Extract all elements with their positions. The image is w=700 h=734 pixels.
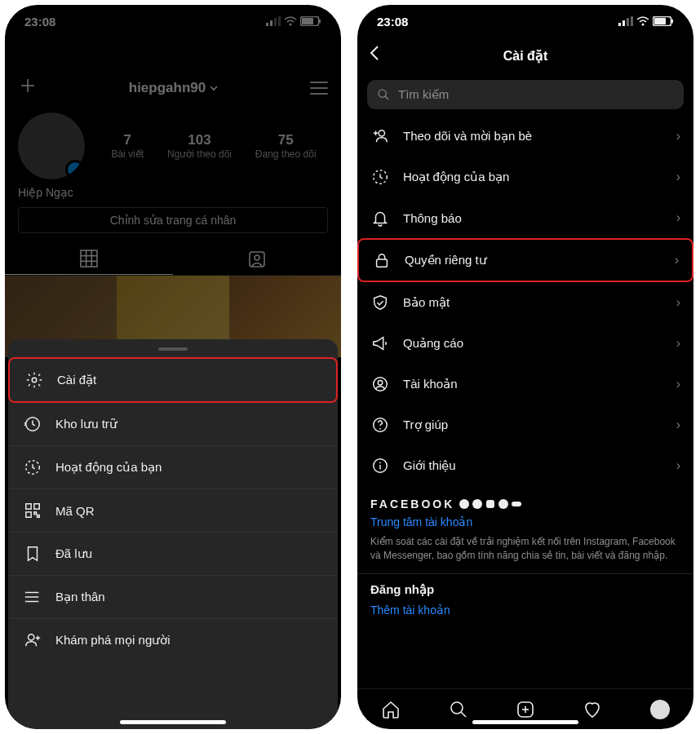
tab-profile[interactable] bbox=[649, 699, 671, 720]
setting-account[interactable]: Tài khoản › bbox=[357, 364, 693, 405]
profile-stats-row: 7Bài viết 103Người theo dõi 75Đang theo … bbox=[5, 106, 341, 183]
home-indicator[interactable] bbox=[472, 720, 578, 724]
wifi-icon bbox=[636, 16, 649, 26]
search-input[interactable]: Tìm kiếm bbox=[367, 80, 684, 109]
display-name: Hiệp Ngạc bbox=[5, 183, 341, 207]
chevron-right-icon: › bbox=[676, 129, 680, 144]
menu-item-label: Kho lưu trữ bbox=[55, 417, 117, 431]
svg-point-52 bbox=[379, 428, 381, 430]
tab-tagged[interactable] bbox=[173, 243, 341, 275]
edit-profile-button[interactable]: Chỉnh sửa trang cá nhân bbox=[18, 207, 328, 233]
oculus-icon bbox=[512, 499, 521, 509]
menu-button[interactable] bbox=[310, 82, 328, 95]
setting-label: Tài khoản bbox=[403, 377, 458, 391]
chevron-right-icon: › bbox=[676, 170, 680, 184]
status-indicators bbox=[618, 16, 674, 26]
activity-icon bbox=[370, 167, 390, 187]
status-indicators bbox=[266, 16, 321, 26]
shield-icon bbox=[370, 293, 390, 312]
svg-rect-41 bbox=[671, 20, 673, 24]
tab-home[interactable] bbox=[380, 699, 401, 720]
menu-item-archive[interactable]: Kho lưu trữ bbox=[8, 403, 338, 446]
svg-rect-34 bbox=[618, 23, 621, 26]
facebook-app-icons bbox=[459, 499, 521, 509]
menu-item-label: Đã lưu bbox=[55, 546, 92, 561]
bell-icon bbox=[370, 208, 390, 228]
home-indicator[interactable] bbox=[120, 720, 226, 724]
menu-item-qr[interactable]: Mã QR bbox=[8, 489, 338, 533]
setting-label: Hoạt động của bạn bbox=[403, 170, 509, 184]
setting-label: Quyền riêng tư bbox=[405, 253, 487, 268]
menu-item-label: Khám phá mọi người bbox=[55, 633, 171, 648]
messenger-icon bbox=[472, 499, 482, 509]
facebook-brand-row: FACEBOOK bbox=[357, 486, 693, 515]
archive-icon bbox=[23, 414, 42, 434]
chevron-down-icon bbox=[209, 83, 219, 93]
setting-label: Bảo mật bbox=[403, 295, 450, 310]
setting-ads[interactable]: Quảng cáo › bbox=[357, 323, 693, 364]
menu-item-label: Hoạt động của bạn bbox=[55, 460, 162, 475]
setting-activity[interactable]: Hoạt động của bạn › bbox=[357, 157, 693, 197]
stat-following[interactable]: 75Đang theo dõi bbox=[255, 132, 317, 160]
svg-point-38 bbox=[642, 24, 645, 26]
create-button[interactable] bbox=[18, 75, 38, 101]
username-label: hiepgahn90 bbox=[129, 80, 206, 96]
stat-posts[interactable]: 7Bài viết bbox=[111, 132, 144, 160]
add-story-badge[interactable] bbox=[65, 160, 85, 179]
svg-rect-6 bbox=[302, 18, 313, 24]
chevron-right-icon: › bbox=[676, 295, 680, 310]
svg-rect-22 bbox=[26, 512, 31, 517]
setting-help[interactable]: Trợ giúp › bbox=[357, 405, 693, 445]
battery-icon bbox=[300, 16, 321, 26]
svg-rect-58 bbox=[486, 500, 494, 508]
svg-point-17 bbox=[32, 378, 37, 382]
menu-item-close-friends[interactable]: Bạn thân bbox=[8, 576, 338, 619]
svg-point-61 bbox=[451, 702, 463, 714]
username-dropdown[interactable]: hiepgahn90 bbox=[129, 80, 219, 96]
profile-background-layer: 23:08 hiepgahn90 7Bài viết 103Người theo… bbox=[5, 5, 341, 339]
discover-people-icon bbox=[23, 630, 42, 650]
svg-point-29 bbox=[25, 596, 27, 598]
svg-rect-0 bbox=[266, 23, 268, 26]
setting-notifications[interactable]: Thông báo › bbox=[357, 197, 693, 238]
battery-icon bbox=[653, 16, 674, 26]
tab-create[interactable] bbox=[515, 699, 536, 720]
setting-about[interactable]: Giới thiệu › bbox=[357, 445, 693, 486]
setting-security[interactable]: Bảo mật › bbox=[357, 282, 693, 323]
setting-label: Quảng cáo bbox=[403, 336, 463, 351]
svg-rect-15 bbox=[250, 252, 264, 267]
setting-privacy[interactable]: Quyền riêng tư › bbox=[357, 238, 693, 282]
sheet-handle[interactable] bbox=[158, 347, 188, 351]
add-account-link[interactable]: Thêm tài khoản bbox=[357, 604, 693, 623]
tab-search[interactable] bbox=[448, 699, 469, 720]
menu-item-settings[interactable]: Cài đặt bbox=[8, 357, 338, 403]
svg-rect-10 bbox=[81, 250, 97, 267]
avatar[interactable] bbox=[18, 113, 85, 179]
svg-point-50 bbox=[378, 380, 383, 385]
account-icon bbox=[370, 374, 390, 394]
facebook-icon bbox=[459, 499, 469, 509]
svg-rect-7 bbox=[319, 20, 321, 24]
svg-point-30 bbox=[25, 601, 27, 603]
svg-point-57 bbox=[472, 499, 482, 509]
status-bar: 23:08 bbox=[357, 5, 693, 38]
tab-grid[interactable] bbox=[5, 243, 173, 275]
menu-item-activity[interactable]: Hoạt động của bạn bbox=[8, 446, 338, 489]
stat-followers[interactable]: 103Người theo dõi bbox=[167, 132, 232, 160]
svg-rect-20 bbox=[26, 504, 31, 509]
page-title: Cài đặt bbox=[503, 48, 547, 64]
tab-activity[interactable] bbox=[582, 699, 603, 720]
menu-item-saved[interactable]: Đã lưu bbox=[8, 533, 338, 576]
bottom-sheet-menu: Cài đặt Kho lưu trữ Hoạt động của bạn Mã… bbox=[8, 339, 338, 729]
accounts-center-link[interactable]: Trung tâm tài khoản bbox=[357, 515, 693, 535]
svg-point-55 bbox=[379, 462, 381, 463]
setting-follow-invite[interactable]: Theo dõi và mời bạn bè › bbox=[357, 116, 693, 157]
chevron-right-icon: › bbox=[676, 210, 680, 225]
help-icon bbox=[370, 415, 390, 435]
menu-item-discover[interactable]: Khám phá mọi người bbox=[8, 619, 338, 661]
megaphone-icon bbox=[370, 334, 390, 353]
facebook-label: FACEBOOK bbox=[370, 497, 454, 511]
svg-rect-60 bbox=[512, 502, 521, 506]
back-button[interactable] bbox=[369, 45, 380, 66]
lock-icon bbox=[372, 250, 392, 270]
